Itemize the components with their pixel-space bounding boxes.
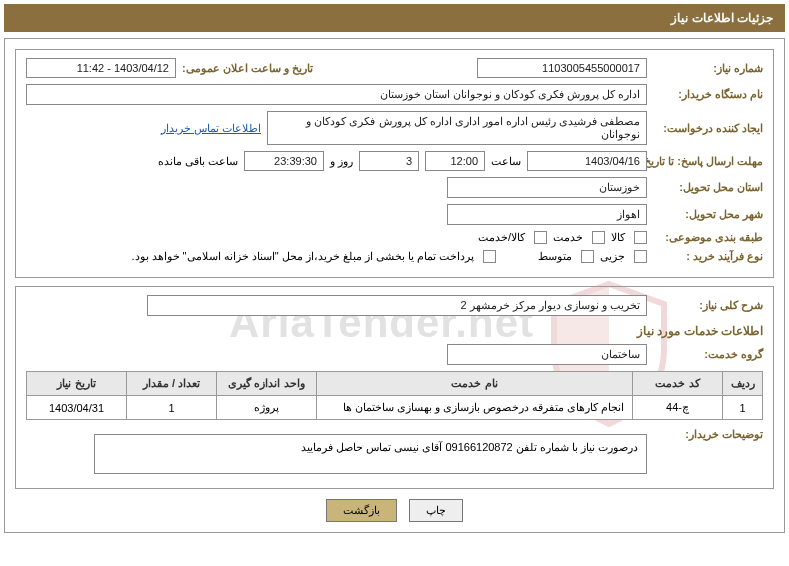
- need-info-section: شماره نیاز: 1103005455000017 تاریخ و ساع…: [15, 49, 774, 278]
- payment-note: پرداخت تمام یا بخشی از مبلغ خرید،از محل …: [131, 250, 474, 263]
- col-unit: واحد اندازه گیری: [217, 372, 317, 396]
- time-label: ساعت: [491, 155, 521, 168]
- requester-value: مصطفی فرشیدی رئیس اداره امور اداری اداره…: [267, 111, 647, 145]
- days-label: روز و: [330, 155, 353, 168]
- category-label: طبقه بندی موضوعی:: [653, 231, 763, 244]
- col-code: کد خدمت: [633, 372, 723, 396]
- payment-check: [483, 250, 496, 263]
- col-name: نام خدمت: [317, 372, 633, 396]
- cell-qty: 1: [127, 396, 217, 420]
- table-row: 1 چ-44 انجام کارهای متفرقه درخصوص بازساز…: [27, 396, 763, 420]
- buyer-value: اداره کل پرورش فکری کودکان و نوجوانان اس…: [26, 84, 647, 105]
- cat-service-check: [592, 231, 605, 244]
- services-title: اطلاعات خدمات مورد نیاز: [637, 324, 763, 338]
- table-header-row: ردیف کد خدمت نام خدمت واحد اندازه گیری ت…: [27, 372, 763, 396]
- cell-name: انجام کارهای متفرقه درخصوص بازسازی و بهس…: [317, 396, 633, 420]
- proc-label: نوع فرآیند خرید :: [653, 250, 763, 263]
- group-label: گروه خدمت:: [653, 348, 763, 361]
- overview-value: تخریب و نوسازی دیوار مرکز خرمشهر 2: [147, 295, 647, 316]
- cell-date: 1403/04/31: [27, 396, 127, 420]
- buyer-note-label: توضیحات خریدار:: [653, 428, 763, 441]
- buyer-label: نام دستگاه خریدار:: [653, 88, 763, 101]
- main-container: AriaTender.net شماره نیاز: 1103005455000…: [4, 38, 785, 533]
- days-value: 3: [359, 151, 419, 171]
- print-button[interactable]: چاپ: [409, 499, 463, 522]
- cat-goods-label: کالا: [611, 231, 625, 244]
- need-no-value: 1103005455000017: [477, 58, 647, 78]
- col-row: ردیف: [723, 372, 763, 396]
- proc-medium-check: [581, 250, 594, 263]
- cat-goods-service-check: [534, 231, 547, 244]
- cat-goods-service-label: کالا/خدمت: [478, 231, 525, 244]
- province-value: خوزستان: [447, 177, 647, 198]
- col-qty: تعداد / مقدار: [127, 372, 217, 396]
- back-button[interactable]: بازگشت: [326, 499, 397, 522]
- proc-medium-label: متوسط: [538, 250, 572, 263]
- col-date: تاریخ نیاز: [27, 372, 127, 396]
- cell-unit: پروژه: [217, 396, 317, 420]
- page-title: جزئیات اطلاعات نیاز: [671, 11, 773, 25]
- remaining-time: 23:39:30: [244, 151, 324, 171]
- cell-code: چ-44: [633, 396, 723, 420]
- province-label: استان محل تحویل:: [653, 181, 763, 194]
- cat-service-label: خدمت: [553, 231, 583, 244]
- services-table: ردیف کد خدمت نام خدمت واحد اندازه گیری ت…: [26, 371, 763, 420]
- remaining-label: ساعت باقی مانده: [158, 155, 238, 168]
- group-value: ساختمان: [447, 344, 647, 365]
- announce-label: تاریخ و ساعت اعلان عمومی:: [182, 62, 313, 75]
- page-header: جزئیات اطلاعات نیاز: [4, 4, 785, 32]
- button-row: چاپ بازگشت: [15, 499, 774, 522]
- city-label: شهر محل تحویل:: [653, 208, 763, 221]
- deadline-label: مهلت ارسال پاسخ: تا تاریخ:: [653, 155, 763, 168]
- buyer-note-box: درصورت نیاز با شماره تلفن 09166120872 آق…: [94, 434, 647, 474]
- announce-value: 1403/04/12 - 11:42: [26, 58, 176, 78]
- cell-row: 1: [723, 396, 763, 420]
- proc-partial-label: جزیی: [600, 250, 625, 263]
- city-value: اهواز: [447, 204, 647, 225]
- cat-goods-check: [634, 231, 647, 244]
- requester-label: ایجاد کننده درخواست:: [653, 122, 763, 135]
- contact-link[interactable]: اطلاعات تماس خریدار: [161, 122, 261, 135]
- service-detail-section: شرح کلی نیاز: تخریب و نوسازی دیوار مرکز …: [15, 286, 774, 489]
- need-no-label: شماره نیاز:: [653, 62, 763, 75]
- proc-partial-check: [634, 250, 647, 263]
- deadline-date: 1403/04/16: [527, 151, 647, 171]
- deadline-time: 12:00: [425, 151, 485, 171]
- overview-label: شرح کلی نیاز:: [653, 299, 763, 312]
